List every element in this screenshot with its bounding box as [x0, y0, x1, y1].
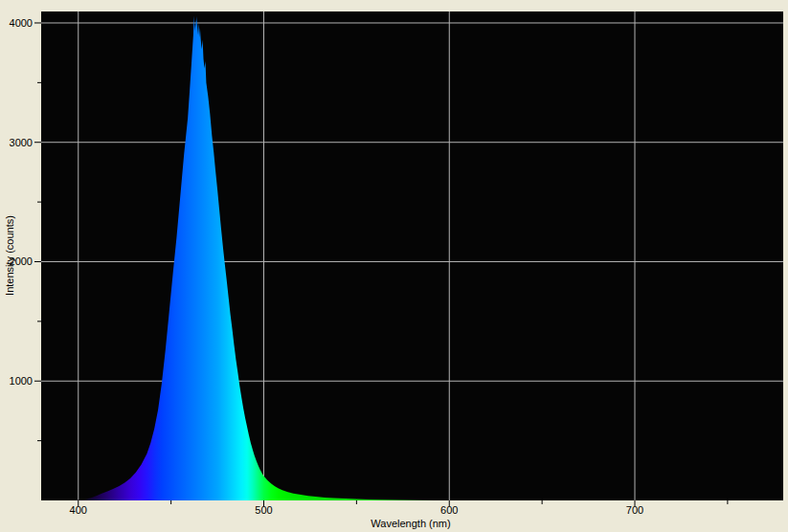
spectrum-chart: 1000200030004000400500600700 Wavelength …	[0, 0, 788, 532]
x-tick-label: 700	[626, 504, 643, 516]
x-tick-label: 600	[440, 504, 458, 516]
x-tick-label: 400	[70, 504, 87, 516]
spectrometer-chart-panel: 1000200030004000400500600700 Wavelength …	[0, 0, 788, 532]
y-tick-label: 1000	[10, 375, 33, 387]
y-tick-label: 4000	[10, 17, 33, 29]
x-tick-label: 500	[255, 504, 272, 516]
y-axis-title: Intensity (counts)	[4, 215, 15, 296]
plot-area[interactable]	[41, 11, 783, 500]
x-axis-title: Wavelength (nm)	[371, 518, 450, 529]
y-tick-label: 3000	[10, 137, 33, 148]
